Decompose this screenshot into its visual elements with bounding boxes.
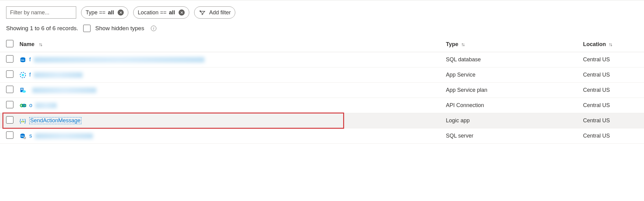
row-checkbox[interactable]: [6, 55, 13, 63]
add-filter-button[interactable]: Add filter: [194, 6, 235, 19]
resource-type: SQL server: [446, 133, 583, 139]
resource-location: Central US: [583, 102, 638, 109]
show-hidden-checkbox[interactable]: [83, 25, 91, 32]
logic-app-icon: {}: [20, 117, 26, 124]
redacted-text: [32, 88, 96, 93]
table-row[interactable]: fApp ServiceCentral US: [0, 67, 644, 83]
table-row[interactable]: App Service planCentral US: [0, 83, 644, 98]
filter-location-value: all: [169, 9, 175, 16]
sql-server-icon: SQL: [20, 133, 26, 139]
resource-link[interactable]: f: [29, 56, 31, 63]
filter-type-label: Type ==: [86, 9, 105, 16]
table-header: Name ↑↓ Type ↑↓ Location ↑↓: [0, 37, 644, 52]
filter-name-input[interactable]: [6, 6, 76, 19]
sort-icon: ↑↓: [461, 42, 464, 47]
row-checkbox[interactable]: [6, 116, 13, 124]
redacted-text: [35, 133, 93, 139]
select-all-checkbox[interactable]: [6, 40, 13, 47]
records-count: Showing 1 to 6 of 6 records.: [6, 25, 78, 32]
clear-location-icon[interactable]: ✕: [179, 9, 185, 16]
resource-location: Central US: [583, 87, 638, 93]
svg-text:}: }: [24, 118, 26, 124]
table-row[interactable]: {}SendActionMessageLogic appCentral US: [0, 113, 644, 128]
resource-location: Central US: [583, 133, 638, 139]
redacted-text: [34, 57, 205, 63]
sql-db-icon: SQL: [20, 56, 26, 63]
resource-type: App Service: [446, 72, 583, 78]
col-header-location[interactable]: Location ↑↓: [583, 41, 638, 48]
svg-text:{: {: [20, 118, 21, 124]
resource-type: Logic app: [446, 117, 583, 124]
app-service-icon: [20, 72, 26, 78]
svg-point-13: [21, 121, 23, 122]
resource-type: SQL database: [446, 56, 583, 63]
table-row[interactable]: oAPI ConnectionCentral US: [0, 98, 644, 113]
resource-link[interactable]: s: [29, 133, 32, 139]
resource-location: Central US: [583, 72, 638, 78]
filter-bar: Type == all ✕ Location == all ✕ Add filt…: [0, 6, 644, 19]
row-checkbox[interactable]: [6, 86, 13, 93]
clear-type-icon[interactable]: ✕: [118, 9, 124, 16]
svg-point-3: [22, 74, 24, 76]
svg-point-7: [22, 90, 26, 93]
table-row[interactable]: SQLsSQL serverCentral US: [0, 128, 644, 144]
col-header-name[interactable]: Name ↑↓: [18, 41, 446, 48]
resource-table: Name ↑↓ Type ↑↓ Location ↑↓ SQLfSQL data…: [0, 37, 644, 144]
add-filter-label: Add filter: [209, 9, 231, 16]
show-hidden-label: Show hidden types: [95, 25, 144, 32]
sort-icon: ↑↓: [609, 42, 612, 47]
table-row[interactable]: SQLfSQL databaseCentral US: [0, 52, 644, 67]
row-checkbox[interactable]: [6, 131, 13, 139]
resource-link[interactable]: SendActionMessage: [29, 117, 81, 124]
resource-type: API Connection: [446, 102, 583, 109]
resource-type: App Service plan: [446, 87, 583, 93]
svg-rect-6: [21, 89, 23, 90]
info-icon[interactable]: i: [151, 26, 156, 31]
add-filter-icon: [199, 9, 205, 16]
row-checkbox[interactable]: [6, 101, 13, 108]
svg-point-12: [22, 119, 23, 120]
col-header-type[interactable]: Type ↑↓: [446, 41, 583, 48]
svg-text:SQL: SQL: [21, 135, 24, 137]
resource-location: Central US: [583, 117, 638, 124]
filter-location-label: Location ==: [138, 9, 166, 16]
resource-location: Central US: [583, 56, 638, 63]
resource-link[interactable]: o: [29, 102, 32, 109]
row-checkbox[interactable]: [6, 70, 13, 78]
svg-text:SQL: SQL: [21, 59, 25, 61]
filter-type-value: all: [108, 9, 114, 16]
svg-rect-5: [21, 88, 23, 89]
app-plan-icon: [20, 87, 26, 94]
svg-point-14: [23, 121, 24, 122]
redacted-text: [34, 72, 83, 78]
redacted-text: [35, 103, 57, 108]
sort-icon: ↑↓: [39, 42, 42, 47]
api-conn-icon: [20, 102, 26, 109]
filter-type-pill[interactable]: Type == all ✕: [81, 6, 128, 19]
resource-link[interactable]: f: [29, 72, 31, 78]
filter-location-pill[interactable]: Location == all ✕: [133, 6, 189, 19]
